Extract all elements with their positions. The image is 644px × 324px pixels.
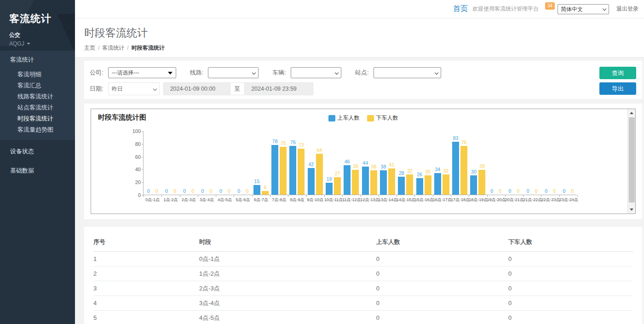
bar-上车人数[interactable]: 15	[253, 185, 260, 195]
bar-下车人数[interactable]: 39	[352, 170, 359, 195]
scroll-down-icon[interactable]	[630, 208, 633, 211]
x-axis-category-label: 11点-12点	[342, 197, 360, 203]
bar-chart-plot: 020406080100000点-1点001点-2点002点-3点003点-4点…	[143, 131, 577, 195]
chevron-down-icon	[603, 6, 606, 10]
bar-下车人数[interactable]: 76	[460, 146, 467, 195]
legend-item-boarding[interactable]: 上车人数	[328, 114, 360, 122]
filter-buttons: 查询 导出	[599, 67, 636, 95]
sidebar-item[interactable]: 基础数据	[0, 161, 75, 180]
y-axis-tick-label: 20	[128, 179, 141, 185]
bar-下车人数[interactable]: 6	[262, 191, 269, 195]
breadcrumb: 主页/客流统计/时段客流统计	[84, 44, 644, 52]
sidebar-item-passenger-stats[interactable]: 客流统计	[0, 51, 75, 69]
chart-legend: 上车人数 下车人数	[328, 114, 398, 122]
filter-row-1: 公司: ---请选择--- 线路: 车辆: 站点:	[90, 66, 642, 79]
table-cell: 0	[508, 266, 633, 281]
bar-value-label: 76	[461, 139, 467, 145]
date-preset-select[interactable]: 昨日	[108, 82, 160, 95]
scroll-up-icon[interactable]	[630, 112, 633, 114]
logout-link[interactable]: 退出登录	[616, 5, 638, 13]
sidebar-subitem[interactable]: 客流明细	[0, 69, 75, 80]
bar-value-label: 0	[545, 188, 547, 194]
main-content: 首页 欢迎使用客流统计管理平台 34 简体中文 退出登录 时段客流统计 主页/客…	[75, 0, 644, 324]
bar-下车人数[interactable]: 39	[478, 170, 485, 195]
scrollbar-thumb[interactable]	[629, 117, 635, 202]
legend-label: 上车人数	[338, 114, 360, 122]
filter-row-2: 日期: 昨日 2024-01-09 00:00 至 2024-01-09 23:…	[90, 82, 642, 95]
table-cell: 0	[376, 266, 508, 281]
x-axis-category-label: 10点-11点	[324, 197, 342, 203]
table-cell: 0点-1点	[199, 252, 376, 266]
breadcrumb-item[interactable]: 主页	[84, 45, 95, 51]
bar-value-label: 0	[147, 188, 150, 194]
bar-上车人数[interactable]: 30	[470, 175, 477, 195]
sidebar-subitem[interactable]: 时段客流统计	[0, 113, 75, 124]
sidebar-subitem[interactable]: 客流汇总	[0, 80, 75, 91]
bar-value-label: 6	[264, 185, 266, 190]
sidebar-subitem[interactable]: 线路客流统计	[0, 91, 75, 102]
sidebar-item[interactable]: 设备状态	[0, 142, 75, 161]
x-axis-category-label: 7点-8点	[270, 197, 288, 203]
bar-下车人数[interactable]: 41	[388, 168, 395, 195]
table-row: 21点-2点00	[93, 266, 633, 281]
bar-group: 4639	[342, 131, 360, 195]
bar-上车人数[interactable]: 34	[434, 173, 441, 195]
sidebar-subitem[interactable]: 客流量趋势图	[0, 124, 75, 135]
table-cell: 0	[508, 252, 633, 266]
line-select[interactable]	[208, 67, 259, 78]
x-axis-category-label: 20点-21点	[505, 197, 523, 203]
user-profile: 公交 AQGJ	[9, 31, 75, 47]
bar-value-label: 0	[228, 188, 230, 194]
bar-下车人数[interactable]: 32	[406, 174, 413, 195]
bar-上车人数[interactable]: 26	[416, 178, 423, 195]
chart-scrollbar[interactable]	[627, 109, 635, 214]
page-title: 时段客流统计	[84, 26, 644, 40]
chart-panel: 时段车流统计图 上车人数 下车人数 020406080100000点-1点001…	[84, 104, 642, 219]
company-select[interactable]: ---请选择---	[108, 67, 176, 78]
bar-group: 2630	[414, 131, 432, 195]
bar-上车人数[interactable]: 78	[271, 145, 278, 195]
bar-value-label: 0	[553, 188, 556, 194]
bar-value-label: 26	[417, 172, 422, 177]
legend-item-alighting[interactable]: 下车人数	[367, 114, 398, 122]
breadcrumb-item[interactable]: 客流统计	[102, 45, 124, 51]
table-cell: 3点-4点	[199, 296, 376, 311]
sidebar-subitem[interactable]: 站点客流统计	[0, 102, 75, 113]
bar-下车人数[interactable]: 38	[370, 170, 377, 195]
bar-group: 00	[541, 131, 559, 195]
bar-下车人数[interactable]: 30	[425, 175, 431, 195]
bar-下车人数[interactable]: 75	[280, 147, 287, 195]
vehicle-select[interactable]	[291, 67, 341, 78]
date-to-input[interactable]: 2024-01-09 23:59	[244, 82, 313, 95]
message-count-badge[interactable]: 34	[545, 2, 555, 10]
bar-上车人数[interactable]: 38	[380, 170, 387, 195]
bar-上车人数[interactable]: 28	[398, 177, 405, 195]
bar-下车人数[interactable]: 64	[316, 154, 323, 195]
export-button[interactable]: 导出	[599, 82, 636, 95]
bar-group: 7672	[288, 131, 306, 195]
bar-group: 00	[559, 131, 577, 195]
home-link[interactable]: 首页	[453, 4, 468, 14]
bar-上车人数[interactable]: 76	[289, 146, 296, 195]
account-dropdown[interactable]: AQGJ	[9, 40, 75, 47]
bar-value-label: 39	[353, 163, 358, 169]
bar-下车人数[interactable]: 27	[334, 177, 341, 195]
bar-上车人数[interactable]: 42	[308, 168, 315, 195]
app-root: 客流统计 公交 AQGJ 客流统计 客流明细客流汇总线路客流统计站点客流统计时段…	[0, 0, 644, 324]
bar-下车人数[interactable]: 72	[298, 149, 305, 195]
bar-value-label: 83	[453, 135, 459, 141]
bar-上车人数[interactable]: 83	[452, 142, 459, 195]
date-from-input[interactable]: 2024-01-09 00:00	[163, 82, 230, 95]
language-select[interactable]: 简体中文	[558, 4, 609, 14]
bar-group: 00	[523, 131, 541, 195]
y-axis-tick-label: 0	[128, 192, 141, 198]
bar-上车人数[interactable]: 19	[326, 183, 333, 195]
date-label: 日期:	[90, 85, 104, 93]
station-select[interactable]	[374, 67, 441, 78]
query-button[interactable]: 查询	[599, 67, 636, 79]
x-axis-category-label: 6点-7点	[252, 197, 270, 203]
bar-下车人数[interactable]: 32	[443, 174, 449, 195]
bar-value-label: 0	[201, 188, 204, 194]
bar-上车人数[interactable]: 46	[344, 165, 351, 195]
bar-上车人数[interactable]: 44	[362, 167, 369, 195]
